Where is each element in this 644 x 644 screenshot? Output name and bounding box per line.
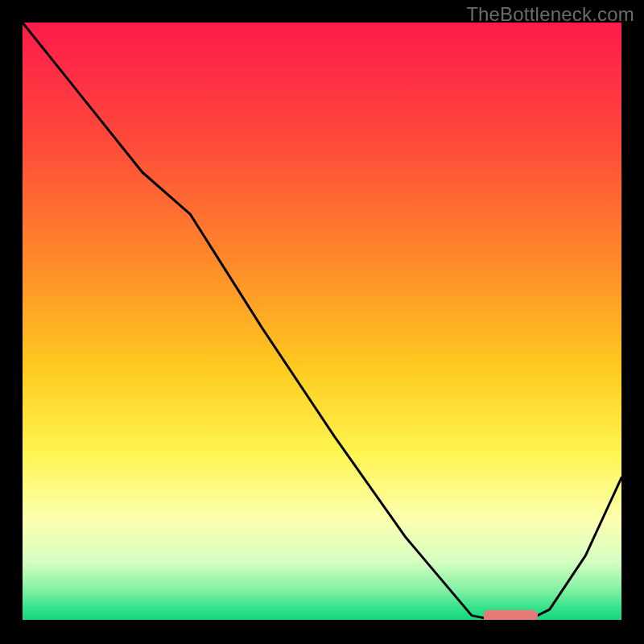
bottleneck-chart	[23, 23, 621, 621]
watermark-text: TheBottleneck.com	[466, 3, 634, 26]
gradient-background	[23, 23, 621, 621]
chart-container: TheBottleneck.com	[0, 0, 644, 644]
sweet-spot-marker	[484, 610, 538, 621]
chart-frame	[23, 23, 621, 621]
